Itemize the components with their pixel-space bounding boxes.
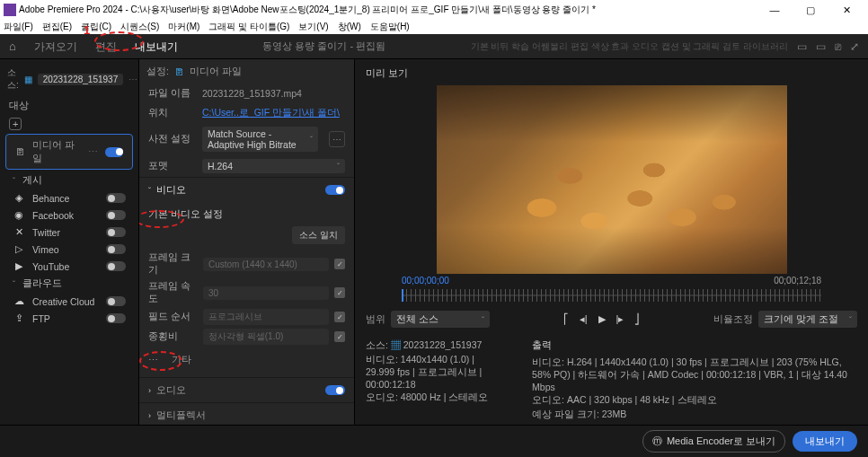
youtube-toggle[interactable] <box>106 261 126 271</box>
section-mux[interactable]: ›멀티플렉서 <box>139 402 354 425</box>
scale-label: 비율조정 <box>713 312 753 326</box>
fps-label: 프레임 속도 <box>148 280 198 305</box>
format-label: 포맷 <box>148 160 195 172</box>
aud-value: 48000 Hz | 스테레오 <box>401 391 489 402</box>
media-file-icon: 🖹 <box>15 146 25 157</box>
menu-sequence[interactable]: 시퀀스(S) <box>120 21 159 33</box>
framesize-lock[interactable]: ✓ <box>334 259 345 269</box>
maximize-button[interactable]: ▢ <box>793 4 828 16</box>
tab-edit[interactable]: 편집 <box>86 34 126 59</box>
preview-title: 미리 보기 <box>366 65 857 85</box>
source-label: 소스: <box>7 66 19 92</box>
menu-graphic[interactable]: 그래픽 및 타이틀(G) <box>208 21 289 33</box>
export-button[interactable]: 내보내기 <box>793 431 857 452</box>
annotation-1: 1 <box>84 23 90 37</box>
range-select[interactable]: 전체 소스ˇ <box>391 311 490 328</box>
close-button[interactable]: ✕ <box>828 4 864 16</box>
basic-video-label: 기본 비디오 설정 <box>148 206 345 226</box>
social-twitter[interactable]: ✕Twitter <box>0 224 138 241</box>
behance-toggle[interactable] <box>106 193 126 203</box>
step-back-icon[interactable]: ◂| <box>580 313 588 325</box>
step-fwd-icon[interactable]: |▸ <box>616 313 624 325</box>
aspect-label: 종횡비 <box>148 330 198 343</box>
oaud-label: 오디오: <box>532 394 564 405</box>
aspect-lock[interactable]: ✓ <box>334 331 345 342</box>
section-video[interactable]: ˇ비디오 <box>139 177 354 202</box>
mark-in-icon[interactable]: ⎡ <box>563 313 569 325</box>
minimize-button[interactable]: — <box>757 4 793 15</box>
framesize-label: 프레임 크기 <box>148 251 198 277</box>
destinations-panel: 소스: ▦ 20231228_151937 ⋯ 대상 + 🖹 미디어 파일 ⋯ … <box>0 59 139 425</box>
menu-view[interactable]: 보기(V) <box>298 21 328 33</box>
menu-marker[interactable]: 마커(M) <box>168 21 199 33</box>
audio-toggle[interactable] <box>325 385 345 395</box>
twitter-toggle[interactable] <box>106 227 126 237</box>
social-facebook[interactable]: ◉Facebook <box>0 207 138 224</box>
scale-select[interactable]: 크기에 맞게 조절ˇ <box>758 311 857 328</box>
more-icon[interactable]: ⋯ <box>128 75 137 84</box>
menu-edit[interactable]: 편집(E) <box>42 21 72 33</box>
preset-more[interactable]: ⋯ <box>329 131 345 147</box>
source-name[interactable]: 20231228_151937 <box>38 74 123 85</box>
workspace-picker: 기본 비뒤 학습 어쌤불리 편집 색상 효과 오디오 캡션 및 그래픽 검토 라… <box>462 40 868 53</box>
icon-fullscreen[interactable]: ⤢ <box>850 40 859 53</box>
section-more[interactable]: ⋯ 기타 <box>148 347 345 368</box>
fieldorder-lock[interactable]: ✓ <box>334 312 345 322</box>
fieldorder-input[interactable]: 프로그레시브 <box>203 309 329 325</box>
filename-value[interactable]: 20231228_151937.mp4 <box>202 88 345 99</box>
media-file-label: 미디어 파일 <box>32 138 81 165</box>
social-behance[interactable]: ◈Behance <box>0 189 138 207</box>
settings-label: 설정: <box>146 65 169 78</box>
mark-out-icon[interactable]: ⎦ <box>634 313 640 325</box>
preset-select[interactable]: Match Source - Adaptive High Bitrateˇ <box>202 127 318 152</box>
timecode-in[interactable]: 00;00;00;00 <box>402 276 449 286</box>
icon-quick-export[interactable]: ▭ <box>797 40 807 53</box>
send-to-ame-button[interactable]: ⓜMedia Encoder로 보내기 <box>642 430 785 453</box>
social-youtube[interactable]: ▶YouTube <box>0 258 138 275</box>
tab-export[interactable]: 내보내기 <box>126 34 187 59</box>
match-source-button[interactable]: 소스 일치 <box>292 226 345 244</box>
facebook-toggle[interactable] <box>106 210 126 220</box>
timeline-track[interactable] <box>402 289 821 302</box>
framesize-input[interactable]: Custom (1440 x 1440) <box>203 258 329 271</box>
cloud-cc[interactable]: ☁Creative Cloud <box>0 293 138 310</box>
home-icon[interactable]: ⌂ <box>0 40 25 53</box>
tab-import[interactable]: 가져오기 <box>25 34 86 59</box>
timecode-out[interactable]: 00;00;12;18 <box>774 276 821 286</box>
media-file-toggle[interactable] <box>105 147 123 157</box>
publish-section[interactable]: ˇ게시 <box>0 171 138 189</box>
top-nav: ⌂ 가져오기 편집 내보내기 동영상 용량 줄이기 - 편집됨 기본 비뒤 학습… <box>0 34 868 59</box>
menu-help[interactable]: 도움말(H) <box>370 21 410 33</box>
oaud-value: AAC | 320 kbps | 48 kHz | 스테레오 <box>567 394 717 405</box>
preset-label: 사전 설정 <box>148 133 195 145</box>
aspect-input[interactable]: 정사각형 픽셀(1.0) <box>203 329 329 345</box>
ovid-label: 비디오: <box>532 356 564 367</box>
play-icon[interactable]: ▶ <box>598 313 606 325</box>
window-title: Adobe Premiere Pro 2024 - C:\사용자\user\바탕… <box>19 4 757 16</box>
cloud-section[interactable]: ˇ클라우드 <box>0 275 138 293</box>
range-label: 범위 <box>366 312 385 326</box>
location-link[interactable]: C:\User..로_GIF 만들기\새 폴더\ <box>202 107 345 119</box>
icon-workspaces[interactable]: ▭ <box>816 40 826 53</box>
add-destination[interactable]: + <box>0 116 138 132</box>
fps-input[interactable]: 30 <box>203 286 329 300</box>
more-icon[interactable]: ⋯ <box>88 146 98 158</box>
menu-window[interactable]: 창(W) <box>338 21 361 33</box>
workspace-text[interactable]: 기본 비뒤 학습 어쌤불리 편집 색상 효과 오디오 캡션 및 그래픽 검토 라… <box>471 40 788 53</box>
social-vimeo[interactable]: ▷Vimeo <box>0 241 138 258</box>
icon-max[interactable]: ⎚ <box>835 40 841 53</box>
video-toggle[interactable] <box>325 185 345 195</box>
ftp-toggle[interactable] <box>106 313 126 323</box>
cc-toggle[interactable] <box>106 296 126 306</box>
media-file-destination[interactable]: 🖹 미디어 파일 ⋯ <box>5 134 133 170</box>
src-label: 소스: <box>366 339 388 350</box>
fps-lock[interactable]: ✓ <box>334 287 345 298</box>
playhead[interactable] <box>402 289 403 302</box>
cloud-ftp[interactable]: ⇪FTP <box>0 310 138 327</box>
settings-target: 미디어 파일 <box>190 65 242 78</box>
format-select[interactable]: H.264ˇ <box>202 159 345 173</box>
section-audio[interactable]: ›오디오 <box>139 377 354 402</box>
output-label: 출력 <box>532 338 857 356</box>
menu-file[interactable]: 파일(F) <box>4 21 33 33</box>
vimeo-toggle[interactable] <box>106 244 126 254</box>
